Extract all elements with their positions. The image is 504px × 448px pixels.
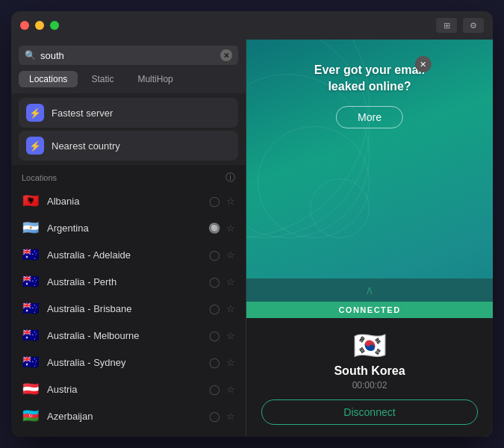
signal-icon: ◯ [209, 411, 220, 422]
signal-icon: ◯ [209, 384, 220, 395]
location-name: Australia - Adelaide [47, 249, 209, 261]
card-close-button[interactable]: ✕ [414, 56, 431, 72]
location-name: Australia - Perth [47, 276, 209, 287]
signal-icon: ◯ [209, 196, 220, 207]
fastest-server-label: Fastest server [52, 108, 113, 119]
titlebar: ⊞ ⚙ [11, 11, 493, 40]
location-name: Argentina [47, 223, 208, 234]
list-item[interactable]: 🇦🇱 Albania ◯ ☆ [11, 187, 246, 214]
list-item[interactable]: 🇦🇺 Australia - Brisbane ◯ ☆ [11, 295, 246, 322]
location-actions: ◯ ☆ [209, 411, 235, 422]
maximize-button[interactable] [50, 21, 59, 30]
search-bar: 🔍 ✕ [11, 40, 246, 71]
collapse-button[interactable]: ∧ [246, 279, 493, 302]
more-button[interactable]: More [336, 106, 403, 128]
location-actions: ◯ ☆ [209, 249, 235, 261]
flag-au-brisbane: 🇦🇺 [22, 302, 40, 315]
sidebar: 🔍 ✕ Locations Static MultiHop ⚡ Fastest … [11, 40, 246, 437]
star-icon[interactable]: ☆ [226, 411, 235, 422]
signal-icon: ◯ [209, 330, 220, 341]
location-actions: ◯ ☆ [209, 276, 235, 287]
signal-icon: ◯ [209, 303, 220, 314]
star-icon[interactable]: ☆ [226, 330, 235, 341]
nearest-country-label: Nearest country [52, 140, 120, 152]
right-panel: ✕ Ever got your emailleaked online? More… [246, 40, 493, 437]
location-actions: ◯ ☆ [209, 196, 235, 207]
locations-section-label: Locations [22, 173, 57, 182]
star-icon[interactable]: ☆ [226, 303, 235, 314]
location-actions: ◯ ☆ [209, 384, 235, 395]
location-name: Austria [47, 384, 209, 395]
connected-status-label: CONNECTED [246, 302, 493, 318]
main-content: 🔍 ✕ Locations Static MultiHop ⚡ Fastest … [11, 40, 493, 437]
tab-multihop[interactable]: MultiHop [127, 71, 183, 87]
location-actions: ◯ ☆ [209, 330, 235, 341]
search-clear-button[interactable]: ✕ [220, 49, 232, 61]
location-name: Australia - Melbourne [47, 330, 209, 341]
location-actions: ◯ ☆ [209, 303, 235, 314]
list-item[interactable]: 🇦🇺 Australia - Melbourne ◯ ☆ [11, 322, 246, 349]
list-item[interactable]: 🇦🇺 Australia - Perth ◯ ☆ [11, 268, 246, 295]
locations-header: Locations ⓘ [11, 165, 246, 187]
disconnect-button[interactable]: Disconnect [261, 399, 478, 425]
signal-icon: ◯ [209, 357, 220, 368]
tab-static[interactable]: Static [81, 71, 124, 87]
tab-locations[interactable]: Locations [19, 71, 78, 87]
app-window: ⊞ ⚙ 🔍 ✕ Locations Static MultiHop [11, 11, 493, 437]
country-flag: 🇰🇷 [261, 330, 478, 361]
location-list: 🇦🇱 Albania ◯ ☆ 🇦🇷 Argentina 🔘 ☆ [11, 187, 246, 437]
email-leak-card: ✕ Ever got your emailleaked online? More [314, 62, 426, 128]
star-icon[interactable]: ☆ [226, 223, 235, 234]
signal-icon: ◯ [209, 276, 220, 287]
window-layout-icon[interactable]: ⊞ [436, 18, 457, 33]
signal-icon: 🔘 [208, 223, 220, 234]
star-icon[interactable]: ☆ [226, 249, 235, 261]
country-name: South Korea [261, 364, 478, 378]
list-item[interactable]: 🇦🇺 Australia - Adelaide ◯ ☆ [11, 241, 246, 268]
location-actions: 🔘 ☆ [208, 223, 235, 234]
flag-azerbaijan: 🇦🇿 [22, 409, 40, 423]
bolt-icon-2: ⚡ [26, 137, 44, 155]
search-icon: 🔍 [25, 50, 36, 60]
flag-albania: 🇦🇱 [22, 194, 40, 208]
flag-au-sydney: 🇦🇺 [22, 355, 40, 369]
tabs-bar: Locations Static MultiHop [11, 71, 246, 93]
star-icon[interactable]: ☆ [226, 276, 235, 287]
location-actions: ◯ ☆ [209, 357, 235, 368]
flag-au-perth: 🇦🇺 [22, 275, 40, 288]
star-icon[interactable]: ☆ [226, 384, 235, 395]
search-input[interactable] [40, 50, 216, 61]
flag-au-melbourne: 🇦🇺 [22, 329, 40, 342]
fastest-server-option[interactable]: ⚡ Fastest server [19, 98, 238, 128]
list-item[interactable]: 🇦🇿 Azerbaijan ◯ ☆ [11, 402, 246, 429]
close-button[interactable] [20, 21, 29, 30]
connection-timer: 00:00:02 [261, 380, 478, 391]
flag-austria: 🇦🇹 [22, 382, 40, 396]
bolt-icon: ⚡ [26, 104, 44, 122]
connected-bar: ∧ CONNECTED 🇰🇷 South Korea 00:00:02 Disc… [246, 279, 493, 437]
settings-icon[interactable]: ⚙ [463, 18, 484, 33]
search-input-wrap: 🔍 ✕ [19, 46, 238, 65]
location-name: Australia - Sydney [47, 357, 209, 368]
list-item[interactable]: 🇦🇷 Argentina 🔘 ☆ [11, 214, 246, 241]
minimize-button[interactable] [35, 21, 44, 30]
connection-card: 🇰🇷 South Korea 00:00:02 Disconnect [246, 318, 493, 437]
star-icon[interactable]: ☆ [226, 357, 235, 368]
star-icon[interactable]: ☆ [226, 196, 235, 207]
quick-options: ⚡ Fastest server ⚡ Nearest country [11, 93, 246, 165]
location-name: Albania [47, 196, 209, 207]
email-card-title: Ever got your emailleaked online? [314, 62, 426, 96]
signal-icon: ◯ [209, 249, 220, 261]
nearest-country-option[interactable]: ⚡ Nearest country [19, 131, 238, 161]
list-item[interactable]: 🇦🇹 Austria ◯ ☆ [11, 376, 246, 402]
location-name: Australia - Brisbane [47, 303, 209, 314]
location-name: Azerbaijan [47, 411, 209, 422]
info-icon[interactable]: ⓘ [225, 171, 235, 184]
flag-au-adelaide: 🇦🇺 [22, 248, 40, 261]
flag-argentina: 🇦🇷 [22, 221, 40, 234]
list-item[interactable]: 🇦🇺 Australia - Sydney ◯ ☆ [11, 349, 246, 376]
